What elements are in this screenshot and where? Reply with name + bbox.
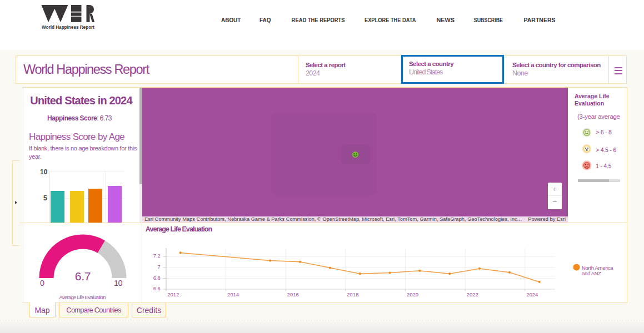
svg-text:2020: 2020	[407, 291, 418, 297]
svg-text:SUBSCRIBE: SUBSCRIBE	[474, 17, 503, 23]
svg-text:7.2: 7.2	[153, 253, 161, 259]
svg-text:ABOUT: ABOUT	[221, 17, 241, 23]
svg-text:2016: 2016	[287, 291, 299, 297]
svg-text:2024: 2024	[526, 291, 538, 297]
svg-text:2012: 2012	[167, 291, 179, 297]
svg-text:FAQ: FAQ	[259, 17, 271, 23]
svg-text:EXPLORE THE DATA: EXPLORE THE DATA	[365, 17, 416, 23]
svg-text:6.6: 6.6	[153, 285, 161, 291]
svg-text:7: 7	[158, 264, 161, 270]
svg-text:READ THE REPORTS: READ THE REPORTS	[292, 17, 345, 23]
svg-text:NEWS: NEWS	[437, 17, 455, 23]
svg-text:and ANZ: and ANZ	[582, 270, 601, 276]
svg-text:PARTNERS: PARTNERS	[524, 17, 556, 23]
svg-text:2018: 2018	[347, 291, 358, 297]
svg-text:World Happiness Report: World Happiness Report	[42, 24, 95, 30]
svg-text:2022: 2022	[467, 291, 478, 297]
svg-text:6.8: 6.8	[153, 275, 161, 281]
svg-text:2014: 2014	[227, 291, 239, 297]
